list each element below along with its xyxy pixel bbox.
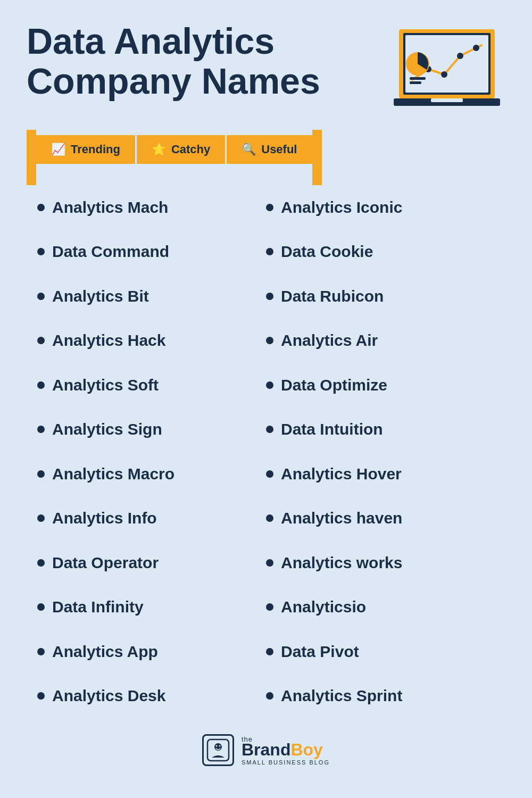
list-item: Analytics Mach [37, 185, 266, 230]
name-label: Data Infinity [52, 598, 144, 616]
bullet-icon [37, 603, 45, 611]
bullet-icon [266, 514, 273, 522]
bullet-icon [266, 248, 273, 255]
name-label: Data Intuition [281, 420, 383, 438]
svg-point-6 [473, 45, 479, 51]
list-item: Analytics works [266, 541, 495, 585]
list-item: Analyticsio [266, 585, 495, 630]
list-item: Analytics Soft [37, 363, 266, 408]
bullet-icon [266, 603, 273, 611]
name-label: Analytics Soft [52, 376, 159, 394]
name-label: Analytics Air [281, 331, 378, 350]
list-item: Data Command [37, 230, 266, 275]
right-accent [312, 130, 322, 185]
brandboylogo-icon [202, 734, 234, 766]
bullet-icon [266, 426, 273, 433]
tab-useful[interactable]: 🔍 Useful [227, 135, 312, 164]
trending-icon: 📈 [51, 143, 65, 156]
tab-trending-label: Trending [71, 143, 120, 156]
list-item: Data Pivot [266, 629, 495, 674]
bullet-icon [266, 648, 273, 655]
name-label: Analytics Macro [52, 465, 174, 483]
name-label: Analytics haven [281, 509, 402, 527]
bullet-icon [266, 692, 273, 700]
footer-tagline: SMALL BUSINESS BLOG [242, 759, 330, 766]
list-item: Analytics Bit [37, 274, 266, 319]
svg-rect-11 [431, 98, 463, 102]
svg-point-4 [441, 71, 447, 78]
name-label: Analytics Mach [52, 198, 168, 217]
svg-point-5 [457, 53, 463, 59]
tabs-bar-wrapper: 📈 Trending ⭐ Catchy 🔍 Useful [27, 130, 505, 185]
main-title: Data Analytics Company Names [27, 21, 378, 101]
list-item: Analytics Hack [37, 319, 266, 363]
bullet-icon [37, 204, 45, 211]
bullet-icon [37, 692, 45, 700]
bullet-icon [37, 426, 45, 433]
bullet-icon [266, 293, 273, 300]
tab-trending[interactable]: 📈 Trending [36, 135, 137, 164]
bullet-icon [37, 648, 45, 655]
name-label: Analytics Hover [281, 465, 402, 483]
name-label: Analyticsio [281, 598, 366, 616]
name-label: Data Operator [52, 554, 159, 572]
name-label: Analytics Iconic [281, 198, 402, 217]
list-item: Data Operator [37, 541, 266, 585]
list-item: Data Intuition [266, 408, 495, 452]
name-label: Data Rubicon [281, 287, 384, 305]
svg-rect-9 [410, 81, 421, 84]
laptop-illustration [388, 27, 505, 119]
bullet-icon [266, 204, 273, 211]
tab-catchy-label: Catchy [171, 143, 210, 156]
list-item: Analytics Macro [37, 452, 266, 496]
list-item: Analytics Desk [37, 674, 266, 719]
bullet-icon [37, 559, 45, 567]
name-label: Data Pivot [281, 643, 359, 661]
list-item: Analytics App [37, 629, 266, 674]
bullet-icon [37, 470, 45, 478]
bullet-icon [266, 381, 273, 389]
name-label: Analytics Desk [52, 687, 165, 705]
svg-point-14 [216, 745, 218, 747]
bullet-icon [37, 381, 45, 389]
bullet-icon [37, 293, 45, 300]
useful-icon: 🔍 [242, 143, 256, 156]
list-item: Analytics Hover [266, 452, 495, 496]
name-label: Analytics Info [52, 509, 157, 527]
name-label: Analytics Hack [52, 331, 165, 350]
list-item: Data Cookie [266, 230, 495, 275]
catchy-icon: ⭐ [152, 143, 166, 156]
list-item: Analytics haven [266, 496, 495, 541]
name-label: Data Optimize [281, 376, 387, 394]
bullet-icon [37, 248, 45, 255]
title-block: Data Analytics Company Names [27, 21, 378, 101]
bullet-icon [266, 470, 273, 478]
name-label: Analytics Bit [52, 287, 149, 305]
tab-catchy[interactable]: ⭐ Catchy [137, 135, 227, 164]
left-accent [27, 130, 36, 185]
svg-rect-8 [410, 77, 426, 80]
footer-brand-text: the BrandBoy SMALL BUSINESS BLOG [242, 735, 330, 766]
list-item: Analytics Sprint [266, 674, 495, 719]
name-label: Analytics Sprint [281, 687, 402, 705]
list-item: Analytics Air [266, 319, 495, 363]
list-item: Data Rubicon [266, 274, 495, 319]
footer: the BrandBoy SMALL BUSINESS BLOG [27, 734, 505, 777]
name-label: Data Cookie [281, 243, 373, 261]
header-section: Data Analytics Company Names [27, 21, 505, 119]
list-item: Data Infinity [37, 585, 266, 630]
list-item: Analytics Sign [37, 408, 266, 452]
svg-point-15 [219, 745, 221, 747]
list-item: Data Optimize [266, 363, 495, 408]
name-label: Analytics Sign [52, 420, 162, 438]
tabs-bar: 📈 Trending ⭐ Catchy 🔍 Useful [36, 135, 312, 164]
bullet-icon [266, 559, 273, 567]
footer-brand-name: BrandBoy [242, 741, 323, 758]
tab-useful-label: Useful [261, 143, 297, 156]
name-label: Analytics works [281, 554, 402, 572]
names-grid: Analytics MachAnalytics IconicData Comma… [27, 185, 505, 718]
bullet-icon [37, 337, 45, 344]
name-label: Analytics App [52, 643, 158, 661]
bullet-icon [37, 514, 45, 522]
list-item: Analytics Iconic [266, 185, 495, 230]
